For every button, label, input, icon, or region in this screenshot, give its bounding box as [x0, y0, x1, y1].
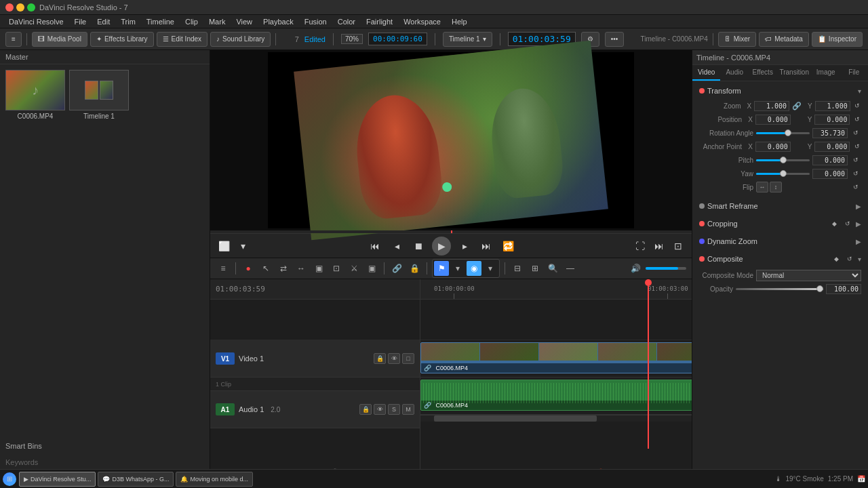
zoom-link[interactable]: 🔗: [792, 102, 802, 110]
dynamic-zoom-header[interactable]: Dynamic Zoom ▶: [695, 235, 865, 248]
go-to-start-btn[interactable]: ⏮: [367, 238, 383, 254]
taskbar-davinci[interactable]: ▶ DaVinci Resolve Stu...: [19, 472, 96, 487]
menu-davinci[interactable]: DaVinci Resolve: [4, 16, 68, 27]
scrubber-bar[interactable]: [210, 230, 692, 233]
tab-effects[interactable]: Effects: [749, 65, 776, 81]
yaw-slider[interactable]: [756, 173, 810, 175]
tab-image[interactable]: Image: [812, 65, 840, 81]
menu-help[interactable]: Help: [447, 16, 472, 27]
effects-library-button[interactable]: ✦ Effects Library: [90, 32, 154, 47]
menu-file[interactable]: File: [70, 16, 92, 27]
video-clip[interactable]: 🔗 C0006.MP4: [420, 342, 692, 373]
a1-eye-btn[interactable]: 👁: [374, 404, 386, 415]
loop-btn[interactable]: 🔁: [500, 238, 516, 254]
position-x-input[interactable]: [755, 115, 791, 125]
viewer-extra-btn[interactable]: ⊡: [670, 238, 686, 254]
a1-m-btn[interactable]: M: [402, 404, 414, 415]
zoom-y-input[interactable]: [815, 101, 850, 111]
menu-fairlight[interactable]: Fairlight: [361, 16, 397, 27]
a1-s-btn[interactable]: S: [388, 404, 400, 415]
taskbar-whatsapp[interactable]: 💬 D3B WhatsApp - G...: [98, 472, 174, 487]
yaw-reset[interactable]: ↺: [850, 168, 861, 179]
tab-transition[interactable]: Transition: [776, 65, 812, 81]
stop-btn[interactable]: ⏹: [410, 238, 427, 254]
flag-btn[interactable]: ⚑: [434, 261, 449, 276]
tab-audio[interactable]: Audio: [720, 65, 748, 81]
a1-track-content[interactable]: 🔗 C0006.MP4: [420, 378, 692, 415]
viewer-crop-btn[interactable]: ⬜: [216, 238, 232, 254]
edit-index-button[interactable]: ☰ Edit Index: [157, 32, 208, 47]
composite-reset[interactable]: ↺: [844, 253, 855, 264]
timeline-selector[interactable]: Timeline 1 ▾: [443, 32, 492, 47]
minus-zoom[interactable]: —: [563, 261, 578, 276]
windows-start[interactable]: ⊞: [3, 472, 16, 486]
menu-edit[interactable]: Edit: [92, 16, 115, 27]
audio-clip[interactable]: 🔗 C0006.MP4: [420, 380, 692, 411]
volume-btn[interactable]: 🔊: [628, 261, 643, 276]
yaw-input[interactable]: [812, 169, 848, 179]
position-y-input[interactable]: [814, 115, 850, 125]
transform-header[interactable]: Transform ▾: [695, 84, 865, 98]
media-item-0[interactable]: ♪ C0006.MP4: [5, 70, 65, 120]
blade-tool[interactable]: ⚔: [347, 261, 361, 276]
pitch-slider[interactable]: [756, 159, 810, 161]
maximize-button[interactable]: [27, 3, 35, 12]
color-btn[interactable]: ◉: [467, 261, 481, 276]
anchor-reset[interactable]: ↺: [852, 141, 861, 152]
fullscreen-btn[interactable]: ⛶: [632, 238, 648, 254]
step-back-btn[interactable]: ◂: [389, 238, 405, 254]
taskbar-notification[interactable]: 🔔 Moving on mobile d...: [176, 472, 253, 487]
zoom-fit[interactable]: ⊞: [528, 261, 542, 276]
metadata-button[interactable]: 🏷 Metadata: [759, 32, 809, 47]
rotation-reset[interactable]: ↺: [850, 127, 861, 138]
slip-tool[interactable]: ▣: [311, 261, 326, 276]
more-btn[interactable]: •••: [605, 32, 625, 47]
menu-clip[interactable]: Clip: [180, 16, 203, 27]
media-item-1[interactable]: Timeline 1: [69, 70, 129, 120]
viewer-end-btn[interactable]: ⏭: [651, 238, 667, 254]
tab-video[interactable]: Video: [692, 65, 720, 81]
match-frame[interactable]: ⊟: [510, 261, 525, 276]
timeline-scrollbar[interactable]: [420, 415, 692, 422]
cropping-keyframe[interactable]: ◆: [829, 218, 840, 229]
smart-reframe-header[interactable]: Smart Reframe ▶: [695, 199, 865, 213]
minimize-button[interactable]: [16, 3, 24, 12]
step-forward-btn[interactable]: ▸: [456, 238, 473, 254]
menu-mark[interactable]: Mark: [204, 16, 230, 27]
composite-keyframe[interactable]: ◆: [831, 253, 842, 264]
rotation-input[interactable]: [812, 128, 848, 138]
flip-reset[interactable]: ↺: [850, 182, 861, 192]
composite-mode-select[interactable]: Normal: [756, 270, 861, 281]
viewer-dropdown-btn[interactable]: ▾: [235, 238, 251, 254]
rotation-slider[interactable]: [756, 132, 810, 134]
flag-dropdown[interactable]: ▾: [450, 261, 465, 276]
menu-view[interactable]: View: [231, 16, 257, 27]
flip-h-btn[interactable]: ↔: [756, 182, 768, 192]
roll-tool[interactable]: ↔: [294, 261, 309, 276]
insert-tool[interactable]: ▣: [364, 261, 379, 276]
v1-extra-btn[interactable]: □: [402, 353, 414, 364]
zoom-x-input[interactable]: [754, 101, 789, 111]
zoom-level[interactable]: 70%: [341, 34, 363, 44]
record-btn[interactable]: ●: [241, 261, 256, 276]
zoom-reset[interactable]: ↺: [853, 100, 861, 111]
snap-tool[interactable]: 🔒: [407, 261, 422, 276]
select-tool[interactable]: ↖: [258, 261, 273, 276]
v1-track-content[interactable]: 🔗 C0006.MP4: [420, 340, 692, 378]
zoom-tool[interactable]: 🔍: [545, 261, 560, 276]
timeline-settings-btn[interactable]: ≡: [216, 261, 231, 276]
opacity-slider[interactable]: [736, 288, 823, 290]
v1-lock-btn[interactable]: 🔒: [374, 353, 386, 364]
toolbar-small-btn-1[interactable]: ≡: [5, 32, 22, 47]
position-reset[interactable]: ↺: [852, 114, 861, 125]
anchor-y-input[interactable]: [814, 142, 850, 152]
opacity-input[interactable]: [826, 284, 861, 294]
color-dropdown[interactable]: ▾: [483, 261, 498, 276]
media-pool-button[interactable]: 🎞 Media Pool: [32, 32, 87, 47]
tab-file[interactable]: File: [840, 65, 867, 81]
menu-timeline[interactable]: Timeline: [142, 16, 179, 27]
cropping-header[interactable]: Cropping ◆ ↺ ▶: [695, 216, 865, 232]
inspector-button[interactable]: 📋 Inspector: [812, 32, 863, 47]
slide-tool[interactable]: ⊡: [329, 261, 344, 276]
menu-workspace[interactable]: Workspace: [399, 16, 446, 27]
